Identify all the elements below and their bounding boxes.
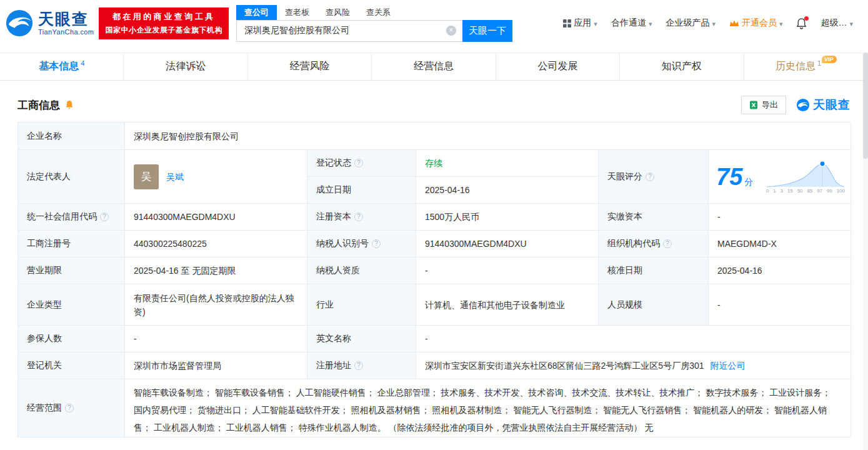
taxpayer-id-label: 纳税人识别号 <box>307 231 416 258</box>
help-icon[interactable] <box>354 212 363 221</box>
tianyancha-watermark: 天眼查 <box>796 97 851 113</box>
approval-date-label: 核准日期 <box>599 258 709 284</box>
top-header: 天眼查 TianYanCha.com 都在用的商业查询工具 国家中小企业发展子基… <box>0 0 868 45</box>
legal-rep-avatar[interactable]: 吴 <box>134 164 159 189</box>
search-block: 查公司 查老板 查风险 查关系 天眼一下 <box>236 5 512 42</box>
tianyancha-logo[interactable]: 天眼查 TianYanCha.com <box>5 9 94 38</box>
search-tab-relation[interactable]: 查关系 <box>358 5 399 20</box>
help-icon[interactable] <box>663 239 672 248</box>
english-name-label: 英文名称 <box>307 326 416 352</box>
chevron-down-icon <box>594 18 597 28</box>
business-term-value: 2025-04-16 至 无固定期限 <box>125 258 307 284</box>
search-tab-company[interactable]: 查公司 <box>236 5 277 20</box>
tab-operating-info[interactable]: 经营信息 <box>372 53 496 80</box>
axis-tick: 1 <box>773 188 776 194</box>
tab-legal-proceedings-label: 法律诉讼 <box>166 60 206 73</box>
axis-tick: 97 <box>817 188 822 194</box>
search-button[interactable]: 天眼一下 <box>462 20 512 42</box>
reg-number-value: 440300225480225 <box>125 231 307 258</box>
chevron-down-icon <box>649 18 652 28</box>
nav-open-membership[interactable]: 开通会员 <box>729 18 783 29</box>
reg-capital-label: 注册资本 <box>307 204 416 231</box>
notification-dot <box>804 16 809 21</box>
axis-tick: 0 <box>766 188 769 194</box>
taxpayer-quality-value: - <box>416 258 599 284</box>
tyc-score-label-text: 天眼评分 <box>607 171 642 182</box>
scrollbar-thumb[interactable] <box>863 52 868 159</box>
reg-status-value: 存续 <box>416 150 599 177</box>
taxpayer-quality-label: 纳税人资质 <box>307 258 416 284</box>
tab-history-info[interactable]: 历史信息 1 VIP <box>744 53 868 80</box>
company-section-tabs: 基本信息 4 法律诉讼 经营风险 经营信息 公司发展 知识产权 历史信息 1 V… <box>0 52 868 81</box>
tab-intellectual-property[interactable]: 知识产权 <box>620 53 744 80</box>
staff-size-label: 人员规模 <box>599 284 709 326</box>
tab-history-info-label: 历史信息 <box>776 60 816 73</box>
search-tab-boss[interactable]: 查老板 <box>277 5 317 20</box>
company-name-label: 企业名称 <box>18 122 125 150</box>
help-icon[interactable] <box>646 172 654 181</box>
establish-date-value: 2025-04-16 <box>416 177 599 204</box>
help-icon[interactable] <box>354 159 363 168</box>
tab-legal-proceedings[interactable]: 法律诉讼 <box>124 53 247 80</box>
axis-tick: 50 <box>797 188 803 194</box>
tab-basic-info-label: 基本信息 <box>39 60 79 73</box>
help-icon[interactable] <box>354 361 363 370</box>
business-info-header: 工商信息 导出 天眼查 <box>17 96 851 114</box>
establish-date-label: 成立日期 <box>307 177 416 204</box>
clear-icon[interactable] <box>446 26 456 36</box>
notifications-bell-icon[interactable] <box>796 18 807 29</box>
reg-capital-label-text: 注册资本 <box>316 211 351 222</box>
section-title: 工商信息 <box>17 98 60 112</box>
axis-tick: 99 <box>827 188 832 194</box>
scrollbar[interactable] <box>863 52 868 450</box>
tab-operating-risk-label: 经营风险 <box>290 60 330 73</box>
tab-history-info-count: 1 <box>817 59 821 67</box>
nav-enterprise-products[interactable]: 企业级产品 <box>666 18 716 29</box>
chevron-down-icon <box>712 18 716 28</box>
export-label: 导出 <box>762 99 778 111</box>
registered-address-label-text: 注册地址 <box>316 360 351 371</box>
chevron-down-icon <box>849 18 853 28</box>
industry-value: 计算机、通信和其他电子设备制造业 <box>416 284 599 326</box>
legal-rep-name-link[interactable]: 吴斌 <box>166 170 184 184</box>
score-number: 75 <box>716 165 742 189</box>
help-icon[interactable] <box>372 239 381 248</box>
axis-tick: 15 <box>787 188 793 194</box>
tab-company-development-label: 公司发展 <box>537 60 577 73</box>
excel-icon <box>749 101 758 109</box>
business-scope-label-text: 经营范围 <box>27 402 62 414</box>
reg-capital-value: 1500万人民币 <box>416 204 599 231</box>
tab-operating-info-label: 经营信息 <box>414 60 454 73</box>
paid-capital-value: - <box>709 204 851 231</box>
help-icon[interactable] <box>100 212 109 221</box>
help-icon[interactable] <box>65 404 74 412</box>
tab-operating-risk[interactable]: 经营风险 <box>248 53 372 80</box>
nearby-companies-link[interactable]: 附近公司 <box>711 359 746 372</box>
insured-count-value: - <box>125 326 307 352</box>
watermark-text: 天眼查 <box>813 97 851 113</box>
export-button[interactable]: 导出 <box>741 96 786 114</box>
nav-partnership-label: 合作通道 <box>611 18 646 29</box>
nav-partnership[interactable]: 合作通道 <box>611 18 652 29</box>
chevron-down-icon <box>779 18 783 28</box>
apps-grid-icon <box>563 19 571 28</box>
search-input[interactable] <box>236 20 462 42</box>
uscc-value: 91440300MAEGDM4DXU <box>125 204 307 231</box>
paid-capital-label: 实缴资本 <box>599 204 709 231</box>
tab-basic-info[interactable]: 基本信息 4 <box>0 53 124 80</box>
registered-address-label: 注册地址 <box>307 352 416 379</box>
subscribe-bell-icon[interactable] <box>65 100 74 110</box>
score-unit: 分 <box>744 175 753 189</box>
registration-authority-value: 深圳市市场监督管理局 <box>125 352 307 379</box>
insured-count-label: 参保人数 <box>18 326 125 352</box>
nav-apps[interactable]: 应用 <box>563 18 597 29</box>
approval-date-value: 2025-04-16 <box>709 258 851 284</box>
tab-company-development[interactable]: 公司发展 <box>496 53 620 80</box>
company-type-value: 有限责任公司(自然人投资或控股的法人独资) <box>125 284 307 326</box>
nav-account[interactable]: 超级… <box>821 18 853 29</box>
search-tab-risk[interactable]: 查风险 <box>317 5 358 20</box>
business-scope-value: 智能车载设备制造； 智能车载设备销售； 人工智能硬件销售； 企业总部管理； 技术… <box>125 379 851 438</box>
score-distribution-chart: 0 1 3 15 50 85 97 99 100 <box>766 159 846 194</box>
company-name-value: 深圳奥尼智创控股有限公司 <box>125 122 851 150</box>
org-code-value: MAEGDM4D-X <box>709 231 851 258</box>
